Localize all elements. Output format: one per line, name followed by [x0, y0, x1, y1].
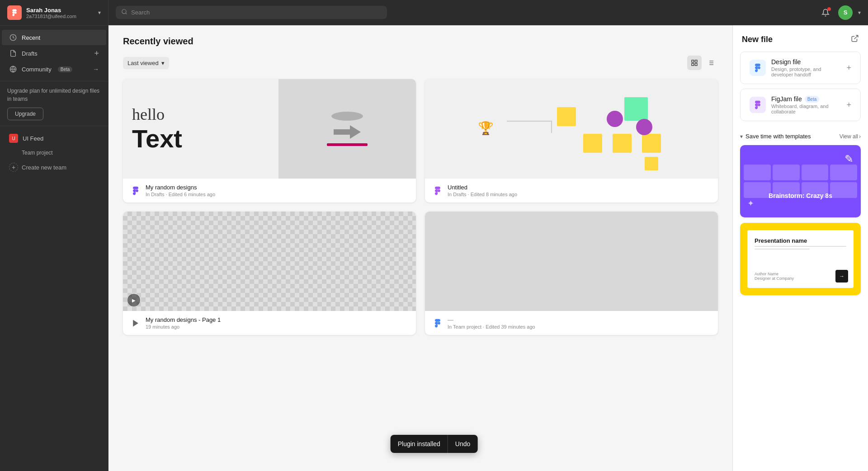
external-link-icon[interactable] — [851, 34, 859, 44]
view-all-link[interactable]: View all › — [840, 133, 861, 140]
last-viewed-filter[interactable]: Last viewed ▾ — [123, 57, 169, 69]
brainstorm-cell-8 — [830, 182, 857, 198]
figjam-file-text: FigJam file Beta Whiteboard, diagram, an… — [771, 95, 841, 114]
file-name-untitled: Untitled — [448, 184, 711, 191]
topbar: Search S ▾ — [108, 0, 868, 25]
notifications-button[interactable] — [818, 5, 833, 20]
team-uifeed-project[interactable]: Team project — [2, 147, 106, 159]
drafts-left: Drafts — [9, 49, 38, 57]
drafts-add-button[interactable]: + — [94, 49, 99, 57]
community-left: Community Beta — [9, 65, 72, 73]
view-toggles — [687, 56, 718, 70]
design-file-text: Design file Design, prototype, and devel… — [771, 58, 841, 77]
right-panel-header: New file — [733, 25, 868, 52]
file-info-team-project: — In Team project · Edited 39 minutes ag… — [425, 311, 718, 335]
checkered-bg — [123, 212, 416, 311]
file-card-my-random-designs[interactable]: hello Text — [123, 79, 416, 203]
brainstorm-cell-2 — [773, 165, 800, 180]
notification-dot — [827, 7, 831, 11]
file-thumbnail-random-page1: ▶ — [123, 212, 416, 311]
sidebar-item-drafts[interactable]: Drafts + — [2, 46, 106, 61]
user-avatar[interactable]: S — [838, 5, 853, 20]
toast-undo-button[interactable]: Undo — [448, 435, 477, 453]
sidebar-item-community[interactable]: Community Beta → — [2, 61, 106, 77]
user-profile-header[interactable]: Sarah Jonas 2a73181f@uifeed.com ▾ — [0, 0, 108, 26]
upgrade-text: Upgrade plan for unlimited design files … — [7, 87, 101, 103]
team-uifeed-label: UI Feed — [23, 135, 43, 142]
sidebar-item-community-label: Community — [22, 66, 52, 73]
file-thumbnail-team-project — [425, 212, 718, 311]
figjam-file-option[interactable]: FigJam file Beta Whiteboard, diagram, an… — [740, 89, 861, 121]
avatar-chevron-icon[interactable]: ▾ — [858, 9, 861, 16]
community-arrow-icon: → — [93, 66, 99, 73]
pres-line-1 — [755, 246, 846, 247]
create-team-label: Create new team — [22, 164, 66, 171]
section-title: Recently viewed — [123, 36, 718, 47]
files-grid: hello Text — [123, 79, 718, 335]
sidebar: Sarah Jonas 2a73181f@uifeed.com ▾ Recent — [0, 0, 108, 471]
design-file-option[interactable]: Design file Design, prototype, and devel… — [740, 52, 861, 84]
team-uifeed[interactable]: U UI Feed — [2, 130, 106, 146]
design-file-add-button[interactable]: + — [846, 63, 851, 73]
filter-row: Last viewed ▾ — [123, 56, 718, 70]
oval-shape — [331, 112, 363, 121]
design-file-desc: Design, prototype, and developer handoff — [771, 66, 841, 77]
filter-label: Last viewed — [127, 60, 159, 66]
template-brainstorm[interactable]: ✏ ✦ Brainstorm: Crazy 8s — [740, 145, 861, 217]
pres-line-2 — [755, 249, 810, 250]
pres-arrow-icon: → — [835, 270, 848, 283]
file-meta-team-project: In Team project · Edited 39 minutes ago — [448, 324, 711, 330]
figjam-file-desc: Whiteboard, diagram, and collaborate — [771, 104, 841, 114]
file-card-team-project[interactable]: — In Team project · Edited 39 minutes ag… — [425, 212, 718, 335]
file-name-random-page1: My random designs - Page 1 — [146, 316, 409, 323]
content-area: Recently viewed Last viewed ▾ — [108, 25, 868, 471]
sidebar-item-recent-label: Recent — [22, 34, 40, 41]
templates-section: ▾ Save time with templates View all › — [733, 126, 868, 304]
file-info-random-page1: My random designs - Page 1 19 minutes ag… — [123, 311, 416, 335]
design-file-name: Design file — [771, 58, 841, 66]
upgrade-button[interactable]: Upgrade — [7, 108, 43, 120]
svg-rect-8 — [692, 63, 694, 66]
presentation-inner: Presentation name Author NameDesigner at… — [747, 230, 854, 288]
grid-view-toggle[interactable] — [687, 56, 702, 70]
templates-chevron-icon: ▾ — [740, 133, 743, 140]
team-uifeed-icon: U — [9, 134, 18, 143]
create-new-team[interactable]: + Create new team — [2, 159, 106, 175]
template-thumb-brainstorm: ✏ ✦ Brainstorm: Crazy 8s — [740, 145, 861, 217]
sidebar-item-recent[interactable]: Recent — [2, 30, 106, 45]
create-team-plus-icon: + — [9, 163, 18, 172]
play-button[interactable]: ▶ — [127, 294, 140, 306]
templates-title: Save time with templates — [745, 133, 811, 140]
file-details-my-random-designs: My random designs In Drafts · Edited 6 m… — [146, 184, 409, 197]
file-thumbnail-untitled: 🏆 — [425, 79, 718, 179]
file-card-random-page1[interactable]: ▶ My random designs - Page 1 19 minutes … — [123, 212, 416, 335]
user-info: Sarah Jonas 2a73181f@uifeed.com — [26, 7, 94, 19]
svg-rect-6 — [695, 60, 697, 62]
list-view-toggle[interactable] — [703, 56, 718, 70]
clock-icon — [9, 33, 17, 42]
svg-marker-15 — [133, 320, 138, 326]
template-presentation[interactable]: Presentation name Author NameDesigner at… — [740, 223, 861, 295]
file-info-untitled: Untitled In Drafts · Edited 8 minutes ag… — [425, 179, 718, 203]
view-all-arrow-icon: › — [859, 133, 861, 140]
file-icon — [9, 49, 17, 57]
gray-bg — [425, 212, 718, 311]
svg-line-4 — [126, 13, 127, 14]
globe-icon — [9, 65, 17, 73]
file-card-untitled[interactable]: 🏆 — [425, 79, 718, 203]
figjam-file-add-button[interactable]: + — [846, 100, 851, 110]
figjam-file-name: FigJam file Beta — [771, 95, 841, 103]
svg-point-3 — [122, 9, 126, 14]
teams-section: U UI Feed Team project + Create new team — [0, 126, 108, 179]
toast-notification: Plugin installed Undo — [391, 435, 478, 453]
brainstorm-cell-5 — [744, 182, 771, 198]
filter-chevron-icon: ▾ — [161, 60, 165, 66]
search-bar[interactable]: Search — [116, 6, 387, 19]
sidebar-nav: Recent Drafts + — [0, 26, 108, 81]
pres-title: Presentation name — [755, 237, 846, 244]
file-name-team-project: — — [448, 316, 711, 323]
file-thumbnail-my-random-designs: hello Text — [123, 79, 416, 179]
brainstorm-cell-3 — [802, 165, 829, 180]
main-content: Search S ▾ Recently viewed Last viewed ▾ — [108, 0, 868, 471]
bar-shape — [327, 143, 368, 146]
